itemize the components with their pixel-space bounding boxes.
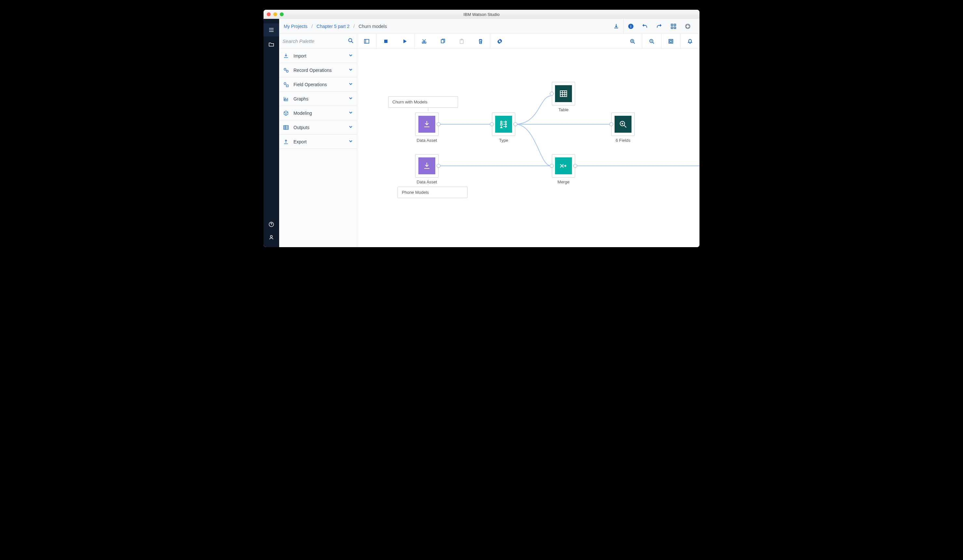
annotation-text: Phone Models [402, 190, 429, 195]
svg-point-1 [270, 235, 272, 237]
palette-item-import[interactable]: Import [279, 49, 357, 63]
search-icon[interactable] [348, 38, 353, 45]
settings-button[interactable] [490, 34, 509, 49]
left-rail [264, 19, 279, 247]
cut-button[interactable] [415, 34, 433, 49]
stop-button[interactable] [376, 34, 395, 49]
palette-item-label: Graphs [293, 96, 345, 102]
svg-point-26 [501, 121, 502, 123]
svg-point-3 [631, 25, 631, 25]
breadcrumb-link-chapter[interactable]: Chapter 5 part 2 [316, 24, 349, 29]
profile-icon [268, 235, 274, 240]
output-port[interactable] [513, 122, 517, 126]
help-button[interactable] [264, 218, 279, 231]
panel-toggle-button[interactable] [357, 34, 376, 49]
outputs-icon [283, 125, 290, 130]
main-area: My Projects / Chapter 5 part 2 / Churn m… [279, 19, 699, 247]
palette-item-label: Import [293, 53, 345, 58]
annotation-text: Churn with Models [392, 100, 428, 104]
palette-item-field-ops[interactable]: Field Operations [279, 78, 357, 92]
paste-button[interactable] [452, 34, 471, 49]
info-button[interactable] [623, 19, 638, 34]
svg-rect-21 [460, 40, 463, 44]
search-row [279, 34, 357, 49]
delete-button[interactable] [471, 34, 490, 49]
table-icon [555, 85, 572, 102]
palette-item-export[interactable]: Export [279, 134, 357, 149]
node-data-asset-2[interactable]: Data Asset [415, 154, 439, 185]
svg-rect-17 [384, 40, 387, 43]
node-fields[interactable]: 6 Fields [611, 113, 635, 143]
input-port[interactable] [550, 164, 554, 168]
menu-button[interactable] [264, 23, 279, 36]
merge-icon [555, 157, 572, 174]
palette-item-modeling[interactable]: Modeling [279, 106, 357, 120]
output-port[interactable] [437, 164, 441, 168]
svg-rect-27 [501, 124, 502, 125]
chevron-down-icon [349, 139, 353, 145]
workspace: Import Record Operations Field Operation… [279, 34, 699, 247]
node-table[interactable]: Table [552, 82, 575, 112]
zoom-in-button[interactable] [623, 34, 642, 49]
node-label: Type [499, 138, 508, 143]
download-button[interactable] [609, 19, 623, 34]
layout-button[interactable] [666, 19, 681, 34]
svg-rect-15 [284, 126, 288, 129]
layout-icon [671, 23, 676, 29]
flow-canvas[interactable]: Churn with Models Phone Models [357, 49, 699, 247]
redo-button[interactable] [652, 19, 666, 34]
info-icon [628, 23, 634, 29]
svg-rect-8 [674, 27, 676, 29]
svg-rect-14 [286, 85, 288, 87]
undo-button[interactable] [638, 19, 652, 34]
input-port[interactable] [490, 122, 494, 126]
graphs-icon [283, 96, 290, 102]
breadcrumb-sep: / [311, 24, 313, 29]
redo-icon [656, 23, 662, 29]
svg-rect-4 [631, 26, 631, 28]
svg-rect-20 [441, 40, 444, 43]
topbar: My Projects / Chapter 5 part 2 / Churn m… [279, 19, 699, 34]
topbar-actions [609, 19, 695, 34]
palette-item-label: Export [293, 139, 345, 144]
folder-button[interactable] [264, 38, 279, 51]
node-label: Data Asset [417, 138, 437, 143]
compass-icon [685, 23, 691, 29]
undo-icon [642, 23, 648, 29]
svg-rect-7 [671, 27, 673, 29]
palette-item-outputs[interactable]: Outputs [279, 120, 357, 134]
node-label: Merge [558, 180, 570, 185]
annotation-churn[interactable]: Churn with Models [388, 96, 458, 108]
profile-button[interactable] [264, 231, 279, 244]
svg-rect-28 [560, 91, 567, 97]
palette-item-label: Field Operations [293, 82, 345, 87]
output-port[interactable] [437, 122, 441, 126]
output-port[interactable] [573, 164, 577, 168]
run-button[interactable] [395, 34, 414, 49]
input-port[interactable] [610, 122, 613, 126]
compass-button[interactable] [681, 19, 695, 34]
help-icon [268, 222, 274, 227]
data-asset-icon [418, 157, 435, 174]
node-data-asset-1[interactable]: Data Asset [415, 113, 439, 143]
node-type[interactable]: Type [492, 113, 516, 143]
node-merge[interactable]: Merge [552, 154, 575, 185]
svg-point-10 [349, 38, 352, 42]
modeling-icon [283, 110, 290, 116]
copy-button[interactable] [433, 34, 452, 49]
palette-item-graphs[interactable]: Graphs [279, 92, 357, 106]
chevron-down-icon [349, 110, 353, 116]
breadcrumb-current: Churn models [358, 24, 387, 29]
record-ops-icon [283, 67, 290, 73]
chevron-down-icon [349, 53, 353, 59]
app-body: My Projects / Chapter 5 part 2 / Churn m… [264, 19, 699, 247]
breadcrumb-link-projects[interactable]: My Projects [284, 24, 308, 29]
search-input[interactable] [282, 38, 345, 44]
palette-item-record-ops[interactable]: Record Operations [279, 63, 357, 78]
export-icon [283, 139, 290, 145]
notifications-button[interactable] [681, 34, 699, 49]
fit-button[interactable] [661, 34, 680, 49]
input-port[interactable] [550, 92, 554, 95]
zoom-out-button[interactable] [642, 34, 661, 49]
annotation-phone[interactable]: Phone Models [397, 187, 467, 198]
